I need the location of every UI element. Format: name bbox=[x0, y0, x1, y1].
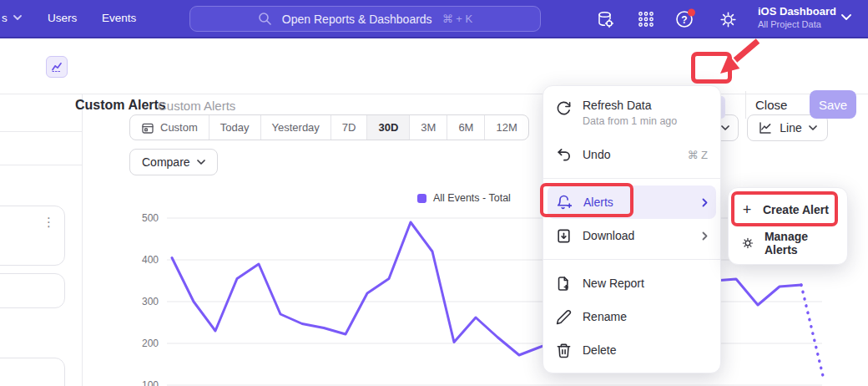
bell-plus-icon bbox=[556, 194, 573, 211]
svg-text:300: 300 bbox=[142, 296, 159, 307]
refresh-icon bbox=[556, 100, 572, 116]
gear-icon bbox=[741, 236, 754, 251]
line-chart-icon bbox=[758, 120, 773, 135]
report-header: Custom Alerts Custom Alerts GV Duplicate… bbox=[0, 38, 868, 94]
report-chart-icon bbox=[46, 56, 68, 78]
undo-shortcut: ⌘ Z bbox=[687, 149, 708, 161]
menu-item-rename[interactable]: Rename bbox=[543, 300, 720, 333]
submenu-item-manage-alerts[interactable]: Manage Alerts bbox=[729, 226, 847, 260]
svg-text:100: 100 bbox=[142, 379, 159, 386]
pencil-icon bbox=[556, 309, 572, 325]
new-report-icon bbox=[556, 276, 572, 292]
svg-text:?: ? bbox=[681, 14, 687, 26]
date-range-6m[interactable]: 6M bbox=[447, 115, 484, 140]
top-nav: s Users Events Open Reports & Dashboards… bbox=[0, 0, 868, 38]
menu-divider bbox=[543, 178, 720, 179]
header-divider bbox=[745, 91, 746, 119]
save-button[interactable]: Save bbox=[810, 90, 856, 119]
chevron-down-icon bbox=[721, 125, 729, 131]
calendar-icon bbox=[141, 121, 154, 135]
more-options-menu: Refresh Data Data from 1 min ago Undo ⌘ … bbox=[542, 85, 721, 373]
sidebar-card[interactable] bbox=[0, 358, 65, 386]
menu-item-alerts[interactable]: Alerts bbox=[548, 185, 716, 219]
chevron-down-icon bbox=[809, 125, 817, 131]
svg-text:400: 400 bbox=[142, 254, 159, 266]
sidebar-card[interactable] bbox=[0, 273, 65, 308]
date-range-3m[interactable]: 3M bbox=[409, 115, 447, 140]
date-range-custom[interactable]: Custom bbox=[130, 115, 209, 140]
nav-item-users[interactable]: Users bbox=[48, 12, 77, 24]
menu-item-undo[interactable]: Undo ⌘ Z bbox=[543, 138, 720, 171]
sidebar-card[interactable] bbox=[0, 206, 65, 266]
date-range-7d[interactable]: 7D bbox=[331, 115, 367, 140]
legend-swatch bbox=[417, 194, 426, 203]
page-title: Custom Alerts bbox=[75, 98, 166, 113]
plus-icon: + bbox=[741, 201, 753, 219]
menu-item-refresh-data[interactable]: Refresh Data Data from 1 min ago bbox=[543, 94, 720, 138]
search-icon bbox=[258, 12, 272, 26]
alerts-submenu: + Create Alert Manage Alerts bbox=[728, 187, 848, 265]
project-selector[interactable]: iOS Dashboard All Project Data bbox=[758, 5, 836, 29]
download-icon bbox=[556, 228, 572, 244]
menu-item-delete[interactable]: Delete bbox=[543, 333, 720, 367]
project-scope: All Project Data bbox=[758, 19, 836, 29]
sidebar-row-divider bbox=[0, 165, 82, 165]
menu-divider bbox=[543, 259, 720, 260]
submenu-arrow-icon bbox=[702, 231, 708, 241]
date-range-yesterday[interactable]: Yesterday bbox=[260, 115, 331, 140]
undo-icon bbox=[556, 147, 572, 163]
svg-text:500: 500 bbox=[142, 212, 159, 224]
close-button[interactable]: Close bbox=[755, 98, 787, 112]
chevron-down-icon bbox=[197, 160, 205, 165]
search-bar[interactable]: Open Reports & Dashboards ⌘ + K bbox=[189, 6, 541, 32]
trash-icon bbox=[556, 343, 572, 358]
nav-item-events[interactable]: Events bbox=[102, 12, 136, 24]
date-range-today[interactable]: Today bbox=[209, 115, 260, 140]
menu-item-download[interactable]: Download bbox=[543, 219, 720, 252]
help-icon[interactable]: ? bbox=[674, 8, 698, 29]
kebab-menu-icon[interactable]: ⋮ bbox=[43, 215, 55, 230]
breadcrumb: Custom Alerts bbox=[158, 99, 235, 113]
settings-gear-icon[interactable] bbox=[719, 10, 738, 29]
menu-item-new-report[interactable]: New Report bbox=[543, 267, 720, 300]
submenu-item-create-alert[interactable]: + Create Alert bbox=[729, 193, 847, 226]
data-management-icon[interactable] bbox=[596, 10, 615, 29]
date-range-picker: Custom Today Yesterday 7D 30D 3M 6M 12M bbox=[129, 114, 529, 140]
date-range-30d-selected[interactable]: 30D bbox=[366, 115, 409, 140]
project-name: iOS Dashboard bbox=[758, 5, 836, 18]
legend-label: All Events - Total bbox=[433, 192, 511, 204]
chevron-down-icon bbox=[13, 15, 22, 21]
sidebar-row-divider bbox=[0, 131, 82, 132]
notification-dot bbox=[688, 9, 695, 17]
nav-item-cropped[interactable]: s bbox=[2, 12, 22, 24]
apps-grid-icon[interactable] bbox=[637, 10, 655, 28]
sidebar-divider bbox=[82, 94, 83, 386]
compare-button[interactable]: Compare bbox=[129, 149, 218, 175]
submenu-arrow-icon bbox=[702, 198, 708, 207]
svg-text:200: 200 bbox=[142, 338, 159, 349]
chart-legend: All Events - Total bbox=[417, 192, 511, 204]
date-range-12m[interactable]: 12M bbox=[484, 115, 527, 140]
chevron-down-icon[interactable] bbox=[841, 14, 851, 21]
search-shortcut: ⌘ + K bbox=[442, 13, 473, 25]
refresh-status: Data from 1 min ago bbox=[583, 115, 677, 127]
search-placeholder: Open Reports & Dashboards bbox=[282, 13, 432, 26]
